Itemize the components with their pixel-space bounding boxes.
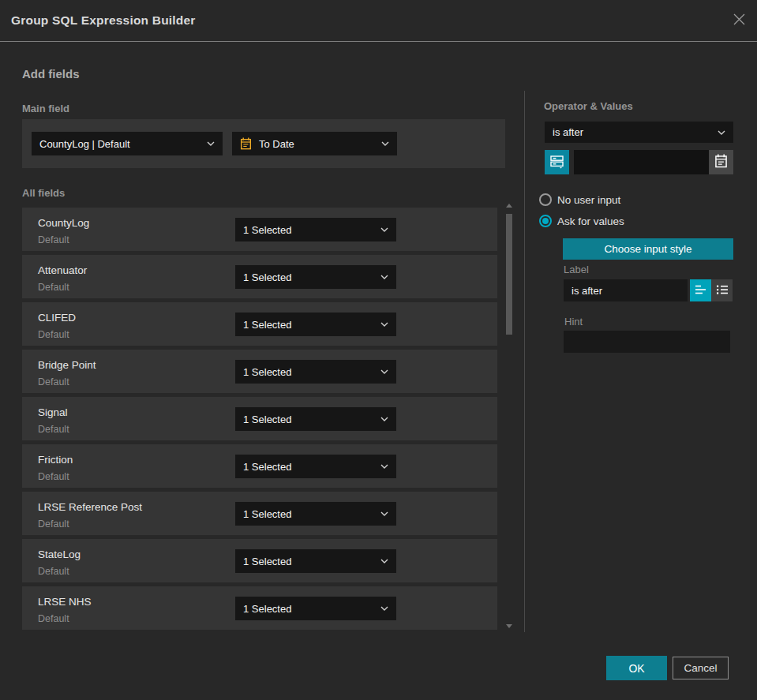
field-selection-dropdown[interactable]: 1 Selected — [235, 597, 396, 620]
field-subtitle: Default — [38, 329, 69, 340]
field-selection-dropdown[interactable]: 1 Selected — [235, 360, 396, 384]
group-sql-expression-builder-dialog: Group SQL Expression Builder Add fields … — [0, 0, 757, 700]
field-name: StateLog — [38, 548, 81, 560]
single-value-style-button[interactable] — [690, 279, 711, 301]
field-selection-dropdown[interactable]: 1 Selected — [235, 502, 396, 526]
field-subtitle: Default — [38, 282, 69, 293]
field-row: Friction Default 1 Selected — [22, 444, 497, 488]
operator-select-value: is after — [553, 126, 583, 138]
field-selection-dropdown[interactable]: 1 Selected — [235, 549, 396, 573]
field-selection-value: 1 Selected — [243, 508, 291, 520]
cancel-button[interactable]: Cancel — [673, 657, 729, 679]
main-field-select-value: CountyLog | Default — [39, 138, 130, 150]
field-subtitle: Default — [38, 613, 69, 624]
ok-button[interactable]: OK — [606, 656, 667, 680]
field-name: CLIFED — [38, 312, 76, 324]
field-subtitle: Default — [38, 471, 69, 482]
field-row: Signal Default 1 Selected — [22, 397, 497, 440]
ask-for-values-label[interactable]: Ask for values — [557, 215, 624, 227]
field-selection-dropdown[interactable]: 1 Selected — [235, 407, 396, 431]
field-selection-dropdown[interactable]: 1 Selected — [235, 265, 396, 289]
chevron-down-icon — [380, 275, 388, 279]
multiple-values-button[interactable] — [545, 150, 569, 174]
header-divider — [0, 41, 757, 42]
stacked-values-icon — [549, 154, 564, 171]
main-field-label: Main field — [22, 103, 69, 114]
align-left-icon — [695, 284, 707, 298]
field-row: CountyLog Default 1 Selected — [22, 208, 497, 251]
value-input[interactable] — [574, 150, 709, 174]
chevron-down-icon — [207, 141, 215, 146]
field-name: LRSE NHS — [38, 596, 92, 608]
chevron-down-icon — [380, 511, 388, 516]
field-row: LRSE Reference Post Default 1 Selected — [22, 492, 497, 535]
close-icon — [732, 12, 747, 29]
date-picker-button[interactable] — [709, 150, 733, 174]
fields-scrollbar[interactable] — [504, 202, 515, 633]
chevron-down-icon — [718, 130, 725, 135]
list-style-button[interactable] — [711, 279, 733, 301]
panel-divider — [524, 91, 525, 632]
no-user-input-radio[interactable] — [539, 193, 552, 206]
date-field-select[interactable]: To Date — [232, 132, 397, 155]
add-fields-heading: Add fields — [22, 67, 80, 80]
field-selection-value: 1 Selected — [243, 603, 291, 615]
chevron-down-icon — [380, 559, 388, 563]
field-subtitle: Default — [38, 376, 69, 387]
field-name: LRSE Reference Post — [38, 501, 142, 513]
calendar-icon — [714, 154, 728, 170]
operator-values-heading: Operator & Values — [544, 100, 633, 112]
field-subtitle: Default — [38, 566, 69, 577]
main-field-select[interactable]: CountyLog | Default — [32, 132, 223, 155]
chevron-down-icon — [380, 322, 388, 327]
chevron-down-icon — [380, 227, 388, 232]
calendar-icon — [240, 137, 252, 150]
field-row: Bridge Point Default 1 Selected — [22, 350, 497, 393]
label-field-label: Label — [564, 264, 589, 275]
field-selection-dropdown[interactable]: 1 Selected — [235, 218, 396, 241]
field-name: Friction — [38, 454, 73, 466]
all-fields-label: All fields — [22, 187, 65, 199]
field-selection-value: 1 Selected — [243, 461, 291, 473]
field-row: LRSE NHS Default 1 Selected — [22, 586, 497, 630]
field-subtitle: Default — [38, 518, 69, 530]
field-selection-value: 1 Selected — [243, 556, 291, 567]
date-field-select-value: To Date — [259, 138, 294, 150]
choose-input-style-button[interactable]: Choose input style — [563, 238, 733, 260]
field-selection-value: 1 Selected — [243, 414, 291, 425]
scrollbar-thumb[interactable] — [506, 214, 512, 335]
field-name: Attenuator — [38, 264, 87, 276]
field-selection-value: 1 Selected — [243, 319, 291, 331]
field-name: CountyLog — [38, 217, 89, 229]
chevron-down-icon — [380, 464, 388, 469]
close-button[interactable] — [727, 9, 751, 32]
field-subtitle: Default — [38, 424, 69, 435]
field-row: CLIFED Default 1 Selected — [22, 302, 497, 346]
ask-for-values-radio[interactable] — [539, 215, 552, 227]
bullet-list-icon — [716, 284, 729, 298]
label-input[interactable] — [564, 279, 688, 301]
field-selection-value: 1 Selected — [243, 366, 291, 378]
chevron-down-icon — [380, 606, 388, 611]
scrollbar-down-arrow-icon[interactable] — [506, 624, 512, 628]
no-user-input-label[interactable]: No user input — [557, 194, 620, 206]
dialog-title: Group SQL Expression Builder — [11, 0, 196, 41]
chevron-down-icon — [380, 369, 388, 374]
hint-field-label: Hint — [564, 316, 583, 328]
main-field-panel: CountyLog | Default To Date — [22, 119, 505, 168]
field-selection-dropdown[interactable]: 1 Selected — [235, 313, 396, 336]
hint-input[interactable] — [564, 331, 730, 353]
operator-select[interactable]: is after — [545, 122, 733, 143]
field-row: StateLog Default 1 Selected — [22, 539, 497, 582]
field-name: Bridge Point — [38, 359, 96, 371]
field-row: Attenuator Default 1 Selected — [22, 255, 497, 298]
field-name: Signal — [38, 406, 68, 418]
field-selection-dropdown[interactable]: 1 Selected — [235, 455, 396, 478]
field-selection-value: 1 Selected — [243, 224, 291, 236]
field-subtitle: Default — [38, 234, 69, 245]
field-selection-value: 1 Selected — [243, 271, 291, 283]
all-fields-list: CountyLog Default 1 Selected Attenuator … — [22, 208, 497, 630]
chevron-down-icon — [380, 417, 388, 421]
chevron-down-icon — [381, 141, 389, 146]
scrollbar-up-arrow-icon[interactable] — [506, 204, 512, 208]
